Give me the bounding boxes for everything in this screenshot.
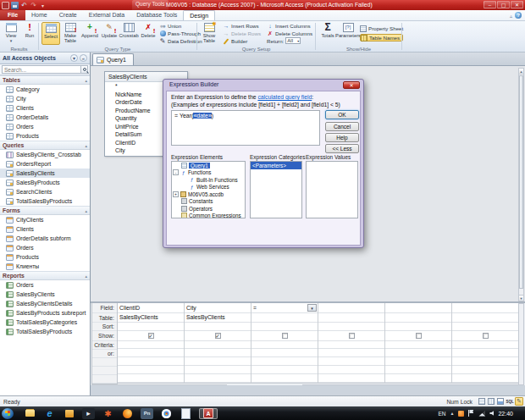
nav-group-header-queries[interactable]: Queries▴ (0, 141, 90, 150)
search-button[interactable] (81, 65, 88, 74)
update-button[interactable]: Update (100, 22, 119, 45)
nav-item-ordersreport[interactable]: OrdersReport (0, 159, 90, 169)
grid-cell[interactable] (385, 366, 451, 374)
nav-item-salesbyproducts[interactable]: SalesByProducts (0, 178, 90, 187)
taskbar-access-icon[interactable] (199, 408, 218, 419)
grid-cell[interactable] (452, 349, 518, 357)
grid-cell[interactable]: ClientID (118, 303, 184, 313)
nav-item-products[interactable]: Products (0, 131, 90, 141)
tree-item-constants[interactable]: Constants (172, 198, 245, 206)
nav-group-header-forms[interactable]: Forms▴ (0, 206, 90, 215)
tree-expander-icon[interactable]: + (173, 191, 179, 197)
grid-cell[interactable] (251, 313, 318, 323)
grid-cell[interactable] (251, 349, 318, 357)
scroll-up-arrow[interactable]: ▲ (519, 69, 523, 75)
taskbar-video-player-icon[interactable] (82, 408, 95, 419)
grid-cell[interactable] (118, 366, 184, 374)
lower-vertical-scrollbar[interactable] (518, 303, 524, 385)
nav-item-clients[interactable]: Clients (0, 224, 90, 234)
help-icon[interactable]: ? (515, 12, 522, 19)
taskbar-internet-explorer-icon[interactable] (43, 408, 56, 419)
less-button[interactable]: << Less (325, 144, 359, 153)
expression-selected-token[interactable]: «date» (193, 113, 211, 119)
delete-rows-button[interactable]: Delete Rows (223, 30, 261, 37)
tree-item-functions[interactable]: -Functions (172, 169, 245, 177)
minimize-button[interactable]: – (484, 1, 496, 8)
data-definition-button[interactable]: Data Definition (159, 37, 202, 45)
save-icon[interactable] (11, 2, 19, 9)
ribbon-collapse-icon[interactable]: ▵ (510, 13, 512, 19)
taskbar-document-app-icon[interactable] (180, 408, 192, 419)
nav-item-cityclients[interactable]: CityClients (0, 215, 90, 224)
nav-item-searchclients[interactable]: SearchClients (0, 187, 90, 196)
grid-cell[interactable] (452, 303, 518, 313)
run-button[interactable]: Run (20, 22, 39, 45)
close-button[interactable]: ✕ (511, 1, 523, 8)
nav-item-orders[interactable]: Orders (0, 243, 90, 252)
show-checkbox-cell[interactable] (385, 331, 451, 341)
expression-categories-list[interactable]: <Parameters> (250, 161, 302, 218)
union-button[interactable]: Union (159, 22, 202, 30)
delete-columns-button[interactable]: Delete Columns (267, 30, 312, 37)
show-checkbox-cell[interactable] (118, 331, 184, 341)
nav-item-salesbyclientsdetails[interactable]: SalesByClientsDetails (0, 299, 90, 308)
taskbar-star-app-icon[interactable] (102, 408, 114, 419)
property-sheet-button[interactable]: Property Sheet (360, 25, 403, 32)
cancel-button[interactable]: Cancel (325, 122, 359, 131)
grid-cell[interactable] (385, 349, 451, 357)
grid-cell[interactable] (452, 323, 518, 331)
nav-group-header-tables[interactable]: Tables▴ (0, 75, 90, 85)
tree-expander-icon[interactable]: - (173, 169, 179, 175)
pass-through-button[interactable]: Pass-Through (159, 30, 202, 37)
nav-item-salesbyclients[interactable]: SalesByClients (0, 290, 90, 299)
grid-cell[interactable] (185, 357, 251, 366)
grid-cell[interactable] (318, 313, 384, 323)
select-button[interactable]: Select (41, 22, 60, 45)
qat-dropdown-icon[interactable] (39, 2, 47, 9)
grid-cell[interactable] (452, 313, 518, 323)
delete-button[interactable]: Delete (139, 22, 158, 45)
sb-pivottable-view-icon[interactable] (487, 397, 495, 406)
make-table-button[interactable]: Make Table (61, 22, 80, 45)
builder-button[interactable]: Builder (223, 37, 261, 45)
taskbar-media-player-icon[interactable] (63, 408, 75, 419)
horizontal-scrollbar[interactable]: ◀ ▶ (302, 384, 518, 385)
grid-cell[interactable] (185, 323, 251, 331)
grid-cell[interactable] (452, 374, 518, 383)
insert-columns-button[interactable]: Insert Columns (267, 22, 312, 30)
show-checkbox[interactable] (215, 333, 221, 339)
grid-cell[interactable] (318, 341, 384, 350)
taskbar-windows-explorer-icon[interactable] (24, 408, 36, 419)
parameters-button[interactable]: Parameters (339, 22, 357, 45)
tree-item-web-services[interactable]: Web Services (172, 184, 245, 191)
grid-cell[interactable] (251, 366, 318, 374)
grid-cell[interactable] (118, 357, 184, 366)
crosstab-button[interactable]: Crosstab (119, 22, 138, 45)
action-center-flag-icon[interactable] (468, 410, 474, 417)
grid-cell[interactable] (385, 323, 451, 331)
nav-item-clients[interactable]: Clients (0, 103, 90, 113)
vertical-scrollbar[interactable]: ▲ ▼ (518, 68, 524, 301)
nav-item-orderdetails[interactable]: OrderDetails (0, 113, 90, 122)
tree-item-common-expressions[interactable]: Common Expressions (172, 213, 245, 219)
grid-cell[interactable] (318, 323, 384, 331)
sb-pivotchart-view-icon[interactable] (496, 397, 505, 406)
show-checkbox-cell[interactable] (185, 331, 251, 341)
tray-app-icon[interactable] (458, 411, 464, 417)
grid-cell[interactable] (385, 374, 451, 383)
nav-item-salesbyclients[interactable]: SalesByClients (0, 169, 90, 178)
grid-cell[interactable] (185, 341, 251, 350)
grid-cell[interactable] (452, 341, 518, 350)
scroll-down-arrow[interactable]: ▼ (519, 295, 523, 301)
taskbar-chrome-icon[interactable] (160, 408, 173, 419)
sb-datasheet-view-icon[interactable] (478, 397, 486, 406)
tree-item-operators[interactable]: Operators (172, 205, 245, 213)
grid-cell[interactable] (185, 374, 251, 383)
nav-shutter-close-icon[interactable]: « (80, 54, 87, 62)
return-dropdown[interactable]: All ▾ (285, 37, 301, 44)
show-checkbox[interactable] (483, 333, 489, 339)
nav-item-category[interactable]: Category (0, 85, 90, 94)
show-checkbox[interactable] (148, 333, 154, 339)
ok-button[interactable]: OK (325, 110, 359, 119)
grid-cell[interactable] (385, 357, 451, 366)
